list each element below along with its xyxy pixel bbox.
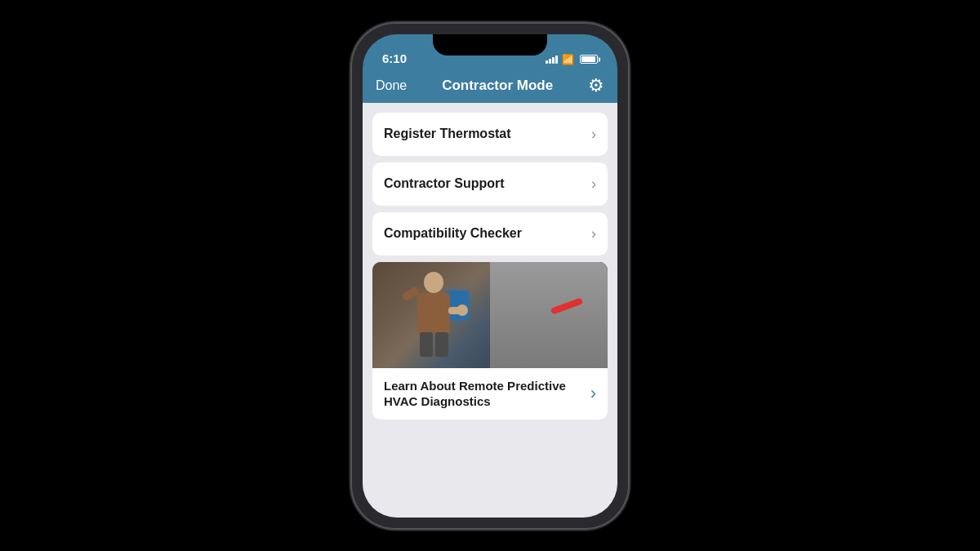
hvac-diagnostics-label: Learn About Remote Predictive HVAC Diagn… — [384, 378, 590, 410]
signal-bar-3 — [552, 57, 555, 64]
done-button[interactable]: Done — [376, 78, 407, 93]
card-link-text: Learn About Remote Predictive HVAC Diagn… — [384, 379, 566, 409]
signal-bar-4 — [555, 56, 558, 64]
chevron-icon-support: › — [591, 176, 596, 193]
hvac-diagnostics-card[interactable]: Learn About Remote Predictive HVAC Diagn… — [372, 262, 608, 420]
chevron-icon-compatibility: › — [591, 225, 596, 242]
compatibility-checker-label: Compatibility Checker — [384, 226, 522, 241]
phone-screen: 6:10 📶 — [363, 34, 617, 518]
menu-item-register-thermostat[interactable]: Register Thermostat › — [372, 113, 608, 156]
signal-bar-1 — [546, 60, 548, 64]
settings-icon[interactable]: ⚙ — [588, 77, 604, 95]
register-thermostat-label: Register Thermostat — [384, 127, 511, 141]
photo-background — [372, 262, 608, 368]
svg-point-0 — [424, 272, 443, 293]
nav-bar: Done Contractor Mode ⚙ — [363, 70, 617, 103]
svg-rect-4 — [420, 332, 433, 357]
menu-item-compatibility-checker[interactable]: Compatibility Checker › — [372, 212, 608, 256]
content-area: Register Thermostat › Contractor Support… — [363, 103, 617, 518]
card-photo — [372, 262, 608, 368]
chevron-icon-register: › — [591, 126, 596, 143]
svg-point-6 — [457, 304, 468, 316]
svg-rect-1 — [417, 293, 450, 334]
phone-scene: 6:10 📶 — [351, 23, 629, 529]
signal-icon — [546, 56, 558, 64]
battery-fill — [581, 56, 595, 62]
wall-element — [490, 262, 608, 368]
battery-icon — [580, 55, 598, 64]
signal-bar-2 — [549, 59, 551, 64]
technician-silhouette — [389, 270, 470, 368]
svg-rect-5 — [435, 332, 448, 357]
menu-list: Register Thermostat › Contractor Support… — [363, 103, 617, 256]
menu-item-contractor-support[interactable]: Contractor Support › — [372, 162, 608, 206]
chevron-icon-card: › — [590, 383, 596, 404]
wifi-icon: 📶 — [562, 54, 574, 65]
status-icons: 📶 — [546, 54, 598, 65]
notch — [433, 34, 547, 56]
contractor-support-label: Contractor Support — [384, 176, 505, 191]
status-time: 6:10 — [382, 51, 407, 65]
screen-content: 6:10 📶 — [363, 34, 617, 518]
card-bottom: Learn About Remote Predictive HVAC Diagn… — [372, 368, 608, 420]
nav-title: Contractor Mode — [442, 78, 553, 94]
